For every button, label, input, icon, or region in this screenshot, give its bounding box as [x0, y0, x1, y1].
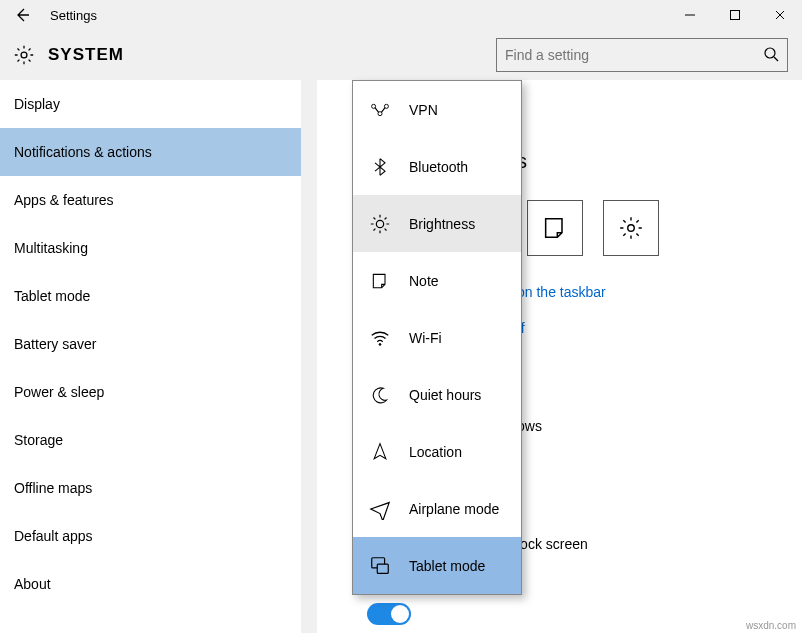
page-title: SYSTEM [48, 45, 124, 65]
popup-item-note[interactable]: Note [353, 252, 521, 309]
window-title: Settings [44, 8, 97, 23]
airplane-icon [369, 498, 391, 520]
popup-item-location[interactable]: Location [353, 423, 521, 480]
sidebar-item-display[interactable]: Display [0, 80, 317, 128]
popup-item-airplane-mode[interactable]: Airplane mode [353, 480, 521, 537]
svg-point-2 [765, 48, 775, 58]
sidebar-item-label: Apps & features [14, 192, 114, 208]
svg-point-7 [376, 220, 383, 227]
svg-rect-0 [730, 11, 739, 20]
search-icon [763, 46, 779, 65]
settings-gear-icon [12, 43, 36, 67]
popup-item-quiet-hours[interactable]: Quiet hours [353, 366, 521, 423]
sidebar-item-battery-saver[interactable]: Battery saver [0, 320, 317, 368]
sidebar-item-multitasking[interactable]: Multitasking [0, 224, 317, 272]
svg-point-1 [21, 52, 27, 58]
popup-item-label: Bluetooth [409, 159, 468, 175]
sidebar-item-label: Offline maps [14, 480, 92, 496]
sidebar-item-apps[interactable]: Apps & features [0, 176, 317, 224]
popup-item-brightness[interactable]: Brightness [353, 195, 521, 252]
sidebar-item-label: Power & sleep [14, 384, 104, 400]
sidebar-item-offline-maps[interactable]: Offline maps [0, 464, 317, 512]
link-taskbar[interactable]: on the taskbar [517, 284, 802, 300]
popup-item-label: Tablet mode [409, 558, 485, 574]
link-off[interactable]: ff [517, 320, 802, 336]
popup-item-bluetooth[interactable]: Bluetooth [353, 138, 521, 195]
svg-rect-10 [377, 564, 388, 573]
search-field[interactable] [496, 38, 788, 72]
text-lockscreen: lock screen [517, 536, 802, 552]
sidebar-item-label: Notifications & actions [14, 144, 152, 160]
titlebar: Settings [0, 0, 802, 30]
sidebar-item-label: About [14, 576, 51, 592]
sidebar-item-label: Tablet mode [14, 288, 90, 304]
popup-item-label: Location [409, 444, 462, 460]
popup-item-label: VPN [409, 102, 438, 118]
text-windows: ows [517, 418, 802, 434]
brightness-icon [369, 213, 391, 235]
sidebar-item-about[interactable]: About [0, 560, 317, 608]
sidebar: Display Notifications & actions Apps & f… [0, 80, 317, 633]
moon-icon [369, 384, 391, 406]
popup-item-label: Airplane mode [409, 501, 499, 517]
sidebar-scrollbar[interactable] [301, 80, 317, 633]
location-icon [369, 441, 391, 463]
popup-item-tablet-mode[interactable]: Tablet mode [353, 537, 521, 594]
sidebar-item-label: Default apps [14, 528, 93, 544]
quick-action-tile-settings[interactable] [603, 200, 659, 256]
vpn-icon [369, 99, 391, 121]
sidebar-item-notifications[interactable]: Notifications & actions [0, 128, 317, 176]
popup-item-label: Note [409, 273, 439, 289]
close-button[interactable] [757, 0, 802, 30]
sidebar-item-label: Display [14, 96, 60, 112]
sidebar-item-tablet-mode[interactable]: Tablet mode [0, 272, 317, 320]
svg-point-8 [379, 343, 381, 345]
quick-action-dropdown: VPN Bluetooth Brightness Note Wi-Fi Quie… [352, 80, 522, 595]
sidebar-item-label: Multitasking [14, 240, 88, 256]
sidebar-item-storage[interactable]: Storage [0, 416, 317, 464]
note-icon [541, 214, 569, 242]
maximize-button[interactable] [712, 0, 757, 30]
popup-item-label: Brightness [409, 216, 475, 232]
watermark: wsxdn.com [746, 620, 796, 631]
sidebar-item-default-apps[interactable]: Default apps [0, 512, 317, 560]
quick-action-tile-note[interactable] [527, 200, 583, 256]
note-icon [369, 270, 391, 292]
search-input[interactable] [505, 47, 763, 63]
bluetooth-icon [369, 156, 391, 178]
wifi-icon [369, 327, 391, 349]
popup-item-label: Quiet hours [409, 387, 481, 403]
back-button[interactable] [0, 0, 44, 30]
popup-item-label: Wi-Fi [409, 330, 442, 346]
sidebar-item-power-sleep[interactable]: Power & sleep [0, 368, 317, 416]
gear-icon [618, 215, 644, 241]
sidebar-item-label: Storage [14, 432, 63, 448]
minimize-button[interactable] [667, 0, 712, 30]
toggle-switch[interactable] [367, 603, 411, 625]
svg-point-3 [628, 225, 635, 232]
popup-item-wifi[interactable]: Wi-Fi [353, 309, 521, 366]
tablet-icon [369, 555, 391, 577]
header: SYSTEM [0, 30, 802, 80]
popup-item-vpn[interactable]: VPN [353, 81, 521, 138]
sidebar-item-label: Battery saver [14, 336, 96, 352]
